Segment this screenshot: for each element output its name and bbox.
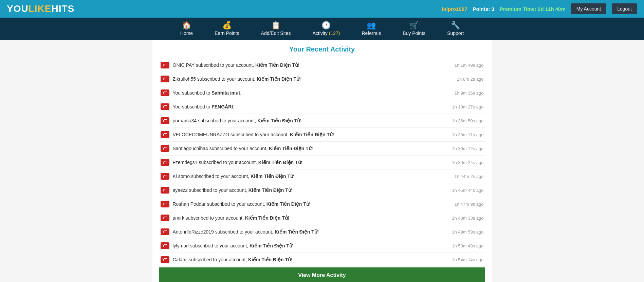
activity-time-14: 1h 54m 14s ago xyxy=(452,257,483,262)
activity-badge: (127) xyxy=(329,31,340,36)
activity-left-5: YTVELOCECOMEUNRAZZO subscribed to your a… xyxy=(161,131,334,138)
activity-icon: 🕐 xyxy=(321,22,331,29)
activity-row: YTKi somo subscribed to your account, Ki… xyxy=(159,169,485,183)
activity-time-11: 1h 48m 33s ago xyxy=(452,216,483,221)
activity-row: YTFzemdegs1 subscribed to your account, … xyxy=(159,156,485,169)
nav-earn-points[interactable]: 💰 Earn Points xyxy=(204,18,250,40)
nav-support[interactable]: 🔧 Support xyxy=(436,18,475,40)
home-icon: 🏠 xyxy=(182,22,191,29)
activity-text-10: Roshan Poddar subscribed to your account… xyxy=(173,201,311,207)
activity-time-10: 1h 47m 9s ago xyxy=(454,202,483,207)
points-display: Points: 3 xyxy=(473,6,494,12)
activity-text-13: lylymarl subscribed to your account, Kiế… xyxy=(173,243,294,248)
logo-you: YOU xyxy=(7,3,29,14)
yt-icon: YT xyxy=(161,242,169,249)
activity-time-3: 1h 10m 27s ago xyxy=(452,104,483,109)
activity-row: YTRoshan Poddar subscribed to your accou… xyxy=(159,197,485,211)
activity-time-2: 1h 9m 36s ago xyxy=(454,90,483,96)
activity-left-1: YTZikrulloh55 subscribed to your account… xyxy=(161,76,301,82)
activity-row: YTCalami subscribed to your account, Kiế… xyxy=(159,253,485,267)
activity-text-3: You subscribed to FENGÁRI. xyxy=(173,104,235,109)
activity-text-6: Santiagouchiha4 subscribed to your accou… xyxy=(173,146,313,151)
yt-icon: YT xyxy=(161,103,169,110)
activity-time-7: 1h 39m 24s ago xyxy=(452,160,483,165)
content-area: Your Recent Activity YTONIC PAY subscrib… xyxy=(152,40,492,282)
activity-text-0: ONIC PAY subscribed to your account, Kiế… xyxy=(173,62,299,68)
activity-time-6: 1h 39m 12s ago xyxy=(452,146,483,151)
nav-add-edit-sites[interactable]: 📋 Add/Edit Sites xyxy=(250,18,302,40)
activity-text-12: AntonrlloRizzo2019 subscribed to your ac… xyxy=(173,229,319,235)
yt-icon: YT xyxy=(161,117,169,124)
activity-text-9: ayaezz subscribed to your account, Kiếm … xyxy=(173,187,293,193)
yt-icon: YT xyxy=(161,131,169,138)
section-title: Your Recent Activity xyxy=(159,45,485,53)
earn-points-icon: 💰 xyxy=(222,22,232,29)
my-account-button[interactable]: My Account xyxy=(571,3,606,14)
activity-left-0: YTONIC PAY subscribed to your account, K… xyxy=(161,62,299,68)
nav-home[interactable]: 🏠 Home xyxy=(169,18,204,40)
activity-time-9: 1h 45m 44s ago xyxy=(452,188,483,193)
buy-points-icon: 🛒 xyxy=(409,22,419,29)
nav-referrals[interactable]: 👥 Referrals xyxy=(351,18,392,40)
nav-referrals-label: Referrals xyxy=(362,31,381,36)
activity-row: YTYou subscribed to FENGÁRI.1h 10m 27s a… xyxy=(159,100,485,114)
nav-buy-points-label: Buy Points xyxy=(403,31,425,36)
view-more-button[interactable]: View More Activity xyxy=(159,267,485,282)
activity-time-8: 1h 44m 2s ago xyxy=(454,174,483,179)
activity-left-12: YTAntonrlloRizzo2019 subscribed to your … xyxy=(161,228,319,235)
logo: YOULIKEHITS xyxy=(7,3,74,14)
activity-list: YTONIC PAY subscribed to your account, K… xyxy=(159,58,485,267)
nav-activity-label: Activity (127) xyxy=(312,31,340,36)
activity-row: YTYou subscribed to Sabhita imut.1h 9m 3… xyxy=(159,86,485,100)
activity-row: YTSantiagouchiha4 subscribed to your acc… xyxy=(159,142,485,156)
activity-left-4: YTpurnama34 subscribed to your account, … xyxy=(161,117,302,124)
premium-display: Premium Time: 2d 11h 40m xyxy=(500,6,566,12)
nav-buy-points[interactable]: 🛒 Buy Points xyxy=(392,18,436,40)
activity-text-11: amirk subscribed to your account, Kiếm T… xyxy=(173,215,289,221)
nav-home-label: Home xyxy=(180,31,193,36)
activity-time-12: 1h 49m 59s ago xyxy=(452,229,483,235)
activity-time-13: 1h 53m 49s ago xyxy=(452,243,483,248)
nav-support-label: Support xyxy=(447,31,464,36)
username-display: lolpro1997 xyxy=(442,6,467,12)
activity-left-11: YTamirk subscribed to your account, Kiếm… xyxy=(161,215,289,221)
activity-row: YTAntonrlloRizzo2019 subscribed to your … xyxy=(159,225,485,239)
activity-row: YTONIC PAY subscribed to your account, K… xyxy=(159,58,485,72)
yt-icon: YT xyxy=(161,145,169,152)
support-icon: 🔧 xyxy=(451,22,460,29)
activity-text-2: You subscribed to Sabhita imut. xyxy=(173,90,242,96)
referrals-icon: 👥 xyxy=(367,22,376,29)
activity-row: YTpurnama34 subscribed to your account, … xyxy=(159,114,485,128)
yt-icon: YT xyxy=(161,173,169,180)
activity-left-9: YTayaezz subscribed to your account, Kiế… xyxy=(161,187,293,194)
header-right: lolpro1997 Points: 3 Premium Time: 2d 11… xyxy=(442,3,637,14)
logout-button[interactable]: Logout xyxy=(612,3,637,14)
yt-icon: YT xyxy=(161,215,169,221)
yt-icon: YT xyxy=(161,159,169,166)
activity-row: YTZikrulloh55 subscribed to your account… xyxy=(159,72,485,86)
yt-icon: YT xyxy=(161,201,169,207)
activity-text-4: purnama34 subscribed to your account, Ki… xyxy=(173,118,302,123)
activity-left-3: YTYou subscribed to FENGÁRI. xyxy=(161,103,235,110)
activity-text-5: VELOCECOMEUNRAZZO subscribed to your acc… xyxy=(173,132,334,137)
activity-text-1: Zikrulloh55 subscribed to your account, … xyxy=(173,76,301,82)
activity-left-13: YTlylymarl subscribed to your account, K… xyxy=(161,242,294,249)
nav-earn-points-label: Earn Points xyxy=(215,31,239,36)
activity-left-8: YTKi somo subscribed to your account, Ki… xyxy=(161,173,295,180)
yt-icon: YT xyxy=(161,256,169,263)
activity-row: YTamirk subscribed to your account, Kiếm… xyxy=(159,211,485,225)
activity-time-1: 1h 8m 2s ago xyxy=(457,77,484,82)
main-nav: 🏠 Home 💰 Earn Points 📋 Add/Edit Sites 🕐 … xyxy=(0,18,644,40)
logo-like: LIKE xyxy=(29,3,52,14)
nav-activity[interactable]: 🕐 Activity (127) xyxy=(301,18,351,40)
activity-time-0: 1h 1m 49s ago xyxy=(454,63,483,68)
activity-text-7: Fzemdegs1 subscribed to your account, Ki… xyxy=(173,160,302,165)
activity-text-14: Calami subscribed to your account, Kiếm … xyxy=(173,257,292,262)
activity-row: YTVELOCECOMEUNRAZZO subscribed to your a… xyxy=(159,128,485,142)
activity-left-2: YTYou subscribed to Sabhita imut. xyxy=(161,89,242,96)
add-edit-icon: 📋 xyxy=(271,22,280,29)
activity-left-7: YTFzemdegs1 subscribed to your account, … xyxy=(161,159,302,166)
activity-row: YTayaezz subscribed to your account, Kiế… xyxy=(159,183,485,197)
activity-left-6: YTSantiagouchiha4 subscribed to your acc… xyxy=(161,145,313,152)
yt-icon: YT xyxy=(161,62,169,68)
